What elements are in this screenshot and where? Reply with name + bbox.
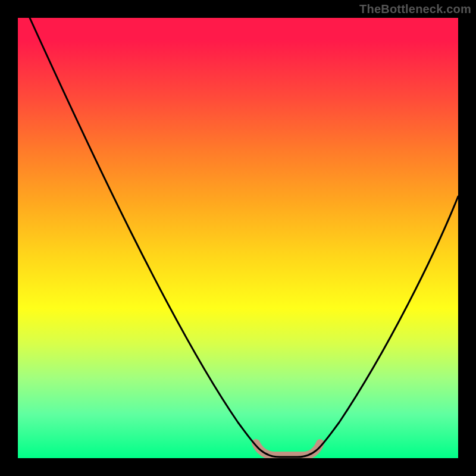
curve-path bbox=[30, 18, 458, 457]
watermark-text: TheBottleneck.com bbox=[359, 2, 471, 16]
plot-area bbox=[18, 18, 458, 458]
bottleneck-curve bbox=[18, 18, 458, 458]
chart-frame: TheBottleneck.com bbox=[0, 0, 476, 476]
